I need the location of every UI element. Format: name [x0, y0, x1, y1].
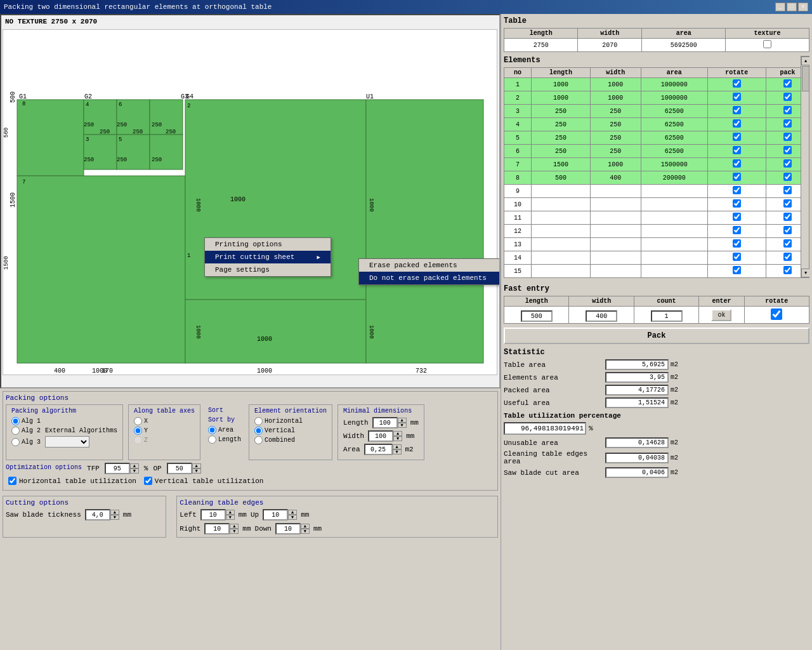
vertical-util-item[interactable]: Vertical table utilization — [144, 477, 264, 485]
fe-length-input[interactable] — [521, 310, 553, 322]
svg-text:1000: 1000 — [195, 198, 201, 212]
alg-dropdown[interactable] — [45, 436, 89, 448]
fe-count-input[interactable] — [651, 310, 683, 322]
min-length-input[interactable] — [372, 417, 398, 428]
el-rotate-1[interactable] — [707, 78, 766, 91]
up-input[interactable] — [263, 509, 288, 521]
up-down[interactable]: ▼ — [288, 515, 297, 520]
up-up[interactable]: ▲ — [288, 510, 297, 515]
el-rotate-2[interactable] — [707, 91, 766, 105]
el-rotate-8[interactable] — [707, 171, 766, 185]
fe-col-count: count — [634, 296, 698, 307]
pack-button[interactable]: Pack — [504, 328, 809, 344]
minimize-button[interactable]: _ — [775, 3, 785, 11]
sort-area-radio[interactable]: Area — [208, 426, 241, 434]
tfp-down[interactable]: ▼ — [130, 468, 139, 474]
min-width-input[interactable] — [368, 430, 393, 442]
min-width-spin-btns[interactable]: ▲ ▼ — [393, 431, 402, 441]
left-up[interactable]: ▲ — [226, 510, 235, 515]
el-rotate-3[interactable] — [707, 105, 766, 118]
op-up[interactable]: ▲ — [192, 463, 201, 468]
scroll-up-btn[interactable]: ▲ — [801, 56, 809, 65]
fe-width-input[interactable] — [586, 310, 617, 322]
saw-blade-down[interactable]: ▼ — [110, 515, 119, 520]
submenu-do-not-erase[interactable]: Do not erase packed elements — [359, 272, 501, 284]
menu-printing-options[interactable]: Printing options — [205, 238, 331, 251]
el-rotate-13[interactable] — [707, 238, 766, 251]
el-rotate-5[interactable] — [707, 131, 766, 145]
el-rotate-15[interactable] — [707, 265, 766, 278]
combined-radio[interactable]: Combined — [254, 436, 327, 444]
close-button[interactable]: × — [798, 3, 808, 11]
down-input[interactable] — [275, 523, 301, 534]
elements-scrollbar[interactable]: ▲ ▼ — [801, 56, 809, 278]
min-width-down[interactable]: ▼ — [393, 436, 402, 441]
saw-blade-spinner[interactable]: ▲ ▼ — [85, 509, 119, 521]
maximize-button[interactable]: □ — [787, 3, 797, 11]
tfp-up[interactable]: ▲ — [130, 463, 139, 468]
horizontal-radio[interactable]: Horizontal — [254, 417, 327, 425]
submenu-erase-packed[interactable]: Erase packed elements — [359, 259, 501, 272]
menu-page-settings[interactable]: Page settings — [205, 263, 331, 276]
tfp-spinner[interactable]: ▲ ▼ — [105, 463, 139, 474]
down-up[interactable]: ▲ — [301, 524, 310, 529]
scroll-thumb[interactable] — [802, 66, 809, 91]
element-row-8: 8 500 400 200000 — [504, 171, 809, 185]
down-down[interactable]: ▼ — [301, 529, 310, 534]
vertical-util-checkbox[interactable] — [144, 477, 152, 485]
alg2-radio[interactable]: Alg 2 External Algorithms — [11, 427, 117, 435]
cleaning-area-row: Cleaning table edges area m2 — [504, 450, 809, 465]
min-length-up[interactable]: ▲ — [398, 418, 407, 423]
axis-x-radio[interactable]: X — [134, 417, 195, 425]
el-rotate-9[interactable] — [707, 185, 766, 198]
min-area-spin-btns[interactable]: ▲ ▼ — [393, 444, 402, 454]
saw-blade-up[interactable]: ▲ — [110, 510, 119, 515]
min-length-spin-btns[interactable]: ▲ ▼ — [398, 418, 407, 428]
min-area-up[interactable]: ▲ — [393, 444, 402, 449]
op-spinner[interactable]: ▲ ▼ — [167, 463, 201, 474]
horizontal-util-checkbox[interactable] — [8, 477, 16, 485]
axis-z-radio[interactable]: Z — [134, 436, 195, 444]
min-area-input[interactable] — [364, 444, 393, 455]
min-length-spinner[interactable]: ▲ ▼ — [372, 417, 407, 428]
min-area-down[interactable]: ▼ — [393, 449, 402, 454]
el-rotate-6[interactable] — [707, 145, 766, 158]
up-spinner[interactable]: ▲ ▼ — [263, 509, 297, 521]
down-spinner[interactable]: ▲ ▼ — [275, 523, 310, 534]
alg1-radio[interactable]: Alg 1 — [11, 417, 117, 425]
left-down[interactable]: ▼ — [226, 515, 235, 520]
el-rotate-10[interactable] — [707, 198, 766, 211]
min-width-up[interactable]: ▲ — [393, 431, 402, 436]
axis-y-radio[interactable]: Y — [134, 427, 195, 435]
min-width-spinner[interactable]: ▲ ▼ — [368, 430, 402, 442]
saw-blade-input[interactable] — [85, 509, 110, 521]
vertical-radio[interactable]: Vertical — [254, 427, 327, 435]
el-rotate-12[interactable] — [707, 225, 766, 238]
fe-ok-button[interactable]: ok — [711, 309, 731, 321]
op-input[interactable] — [167, 463, 192, 474]
right-input[interactable] — [204, 523, 230, 534]
scroll-down-btn[interactable]: ▼ — [801, 269, 809, 277]
el-rotate-11[interactable] — [707, 211, 766, 225]
left-spinner[interactable]: ▲ ▼ — [200, 509, 235, 521]
right-down[interactable]: ▼ — [230, 529, 239, 534]
left-input[interactable] — [200, 509, 226, 521]
right-up[interactable]: ▲ — [230, 524, 239, 529]
el-rotate-14[interactable] — [707, 251, 766, 265]
min-length-down[interactable]: ▼ — [398, 423, 407, 428]
sort-length-radio[interactable]: Length — [208, 435, 241, 444]
tfp-input[interactable] — [105, 463, 130, 474]
horizontal-util-item[interactable]: Horizontal table utilization — [8, 477, 136, 485]
el-no-9: 9 — [504, 185, 532, 198]
el-rotate-4[interactable] — [707, 118, 766, 131]
window-controls[interactable]: _ □ × — [775, 3, 808, 11]
menu-print-cutting-sheet[interactable]: Print cutting sheet ▶ — [205, 251, 331, 263]
submenu[interactable]: Erase packed elements Do not erase packe… — [358, 258, 501, 285]
el-rotate-7[interactable] — [707, 158, 766, 171]
right-spinner[interactable]: ▲ ▼ — [204, 523, 239, 534]
op-down[interactable]: ▼ — [192, 468, 201, 474]
context-menu[interactable]: Printing options Print cutting sheet ▶ P… — [204, 237, 331, 277]
min-area-spinner[interactable]: ▲ ▼ — [364, 444, 402, 455]
fe-rotate-checkbox[interactable] — [761, 308, 792, 320]
alg3-radio[interactable]: Alg 3 — [11, 436, 117, 448]
